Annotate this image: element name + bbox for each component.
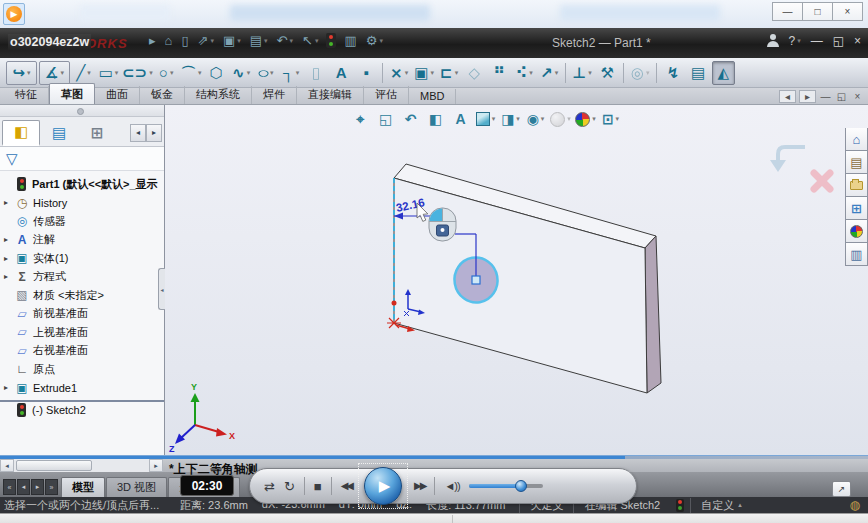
scrollbar-thumb[interactable] — [16, 460, 92, 471]
dropdown-caret-icon[interactable]: ▾ — [87, 69, 91, 77]
file-properties-icon[interactable]: ▥▾ — [341, 32, 359, 49]
sketch-fillet-icon[interactable]: ┐▾ — [280, 61, 303, 85]
edit-appearance-icon[interactable]: ▾ — [548, 108, 573, 130]
volume-icon[interactable]: ◄)) — [444, 480, 459, 492]
app-minimize-icon[interactable]: —▾ — [808, 33, 826, 49]
tab-evaluate[interactable]: 评估 — [364, 86, 409, 104]
view-orientation-icon[interactable]: ▾ — [473, 108, 498, 130]
dropdown-caret-icon[interactable]: ▾ — [290, 37, 294, 45]
plane-tool-icon[interactable]: ▯▾ — [305, 61, 328, 85]
dropdown-caret-icon[interactable]: ▾ — [270, 69, 274, 77]
pane-next-icon[interactable]: ▸ — [799, 90, 816, 103]
rebuild-traffic-light-icon[interactable]: ▾ — [326, 33, 336, 48]
dropdown-caret-icon[interactable]: ▾ — [264, 37, 268, 45]
tree-item-origin[interactable]: ▸ ∟ 原点 — [0, 360, 164, 379]
app-restore-icon[interactable]: ◱▾ — [830, 33, 847, 49]
view-palette-icon[interactable]: ⊞ — [845, 197, 868, 220]
previous-view-icon[interactable]: ↶▾ — [398, 108, 423, 130]
dropdown-caret-icon[interactable]: ▾ — [592, 115, 596, 123]
dropdown-caret-icon[interactable]: ▾ — [616, 115, 620, 123]
linear-sketch-pattern-icon[interactable]: ⠛▾ — [488, 61, 511, 85]
rewind-button[interactable]: ◀◀ — [341, 481, 352, 491]
polygon-icon[interactable]: ⬡▾ — [205, 61, 228, 85]
spline-icon[interactable]: ∿▾ — [230, 61, 253, 85]
dropdown-caret-icon[interactable]: ▾ — [198, 69, 202, 77]
dropdown-caret-icon[interactable]: ▾ — [149, 69, 153, 77]
tree-item-right-plane[interactable]: ▸ ▱ 右视基准面 — [0, 342, 164, 361]
dropdown-caret-icon[interactable]: ▾ — [516, 115, 520, 123]
smart-dimension-icon[interactable]: ∡▾ — [39, 61, 70, 85]
zoom-to-area-icon[interactable]: ◱▾ — [373, 108, 398, 130]
fullscreen-button[interactable]: ↗ — [832, 481, 851, 497]
dropdown-caret-icon[interactable]: ▾ — [247, 69, 251, 77]
doc-close-icon[interactable]: × — [851, 90, 864, 103]
undo-icon[interactable]: ↶▾ — [274, 32, 296, 49]
dropdown-caret-icon[interactable]: ▾ — [541, 115, 545, 123]
dropdown-caret-icon[interactable]: ▾ — [430, 69, 434, 77]
custom-properties-icon[interactable]: ▥ — [845, 243, 868, 266]
quick-snaps-icon[interactable]: ◎▾ — [629, 61, 652, 85]
apply-scene-icon[interactable]: ▾ — [573, 108, 598, 130]
expand-arrow-icon[interactable]: ▸ — [4, 235, 14, 244]
dropdown-caret-icon[interactable]: ▾ — [529, 69, 533, 77]
instant2d-icon[interactable]: ↯▾ — [662, 61, 685, 85]
dropdown-caret-icon[interactable]: ▾ — [555, 69, 559, 77]
scroll-left-icon[interactable]: ◂ — [0, 459, 14, 472]
dropdown-caret-icon[interactable]: ▾ — [567, 115, 571, 123]
cancel-sketch-corner-icon[interactable] — [814, 173, 830, 189]
scroll-right-icon[interactable]: ▸ — [149, 459, 163, 472]
tab-mbd[interactable]: MBD — [409, 89, 456, 104]
toolbar-separator[interactable]: ▾ — [382, 63, 384, 83]
sketch-numeric-input-icon[interactable]: ▤▾ — [687, 61, 710, 85]
tab-scroll-prev-icon[interactable]: ◂ — [17, 479, 30, 495]
straight-slot-icon[interactable]: ⊂⊃▾ — [122, 61, 153, 85]
volume-slider-thumb[interactable] — [515, 480, 527, 492]
arc-icon[interactable]: ⌒▾ — [180, 61, 203, 85]
exit-sketch-corner-icon[interactable] — [770, 147, 805, 172]
appearances-scenes-icon[interactable] — [845, 220, 868, 243]
tab-features[interactable]: 特征 — [4, 86, 49, 104]
expand-arrow-icon[interactable]: ▸ — [4, 383, 14, 392]
corner-rectangle-icon[interactable]: ▭▾ — [97, 61, 120, 85]
app-close-icon[interactable]: ×▾ — [851, 33, 864, 49]
tab-scroll-first-icon[interactable]: « — [3, 479, 16, 495]
circular-sketch-pattern-icon[interactable]: ⠪▾ — [513, 61, 536, 85]
filter-funnel-icon[interactable]: ▽ — [6, 150, 18, 168]
tab-scroll-last-icon[interactable]: » — [45, 479, 58, 495]
dropdown-caret-icon[interactable]: ▾ — [797, 37, 801, 45]
trim-entities-icon[interactable]: ⨯▾ — [388, 61, 411, 85]
dropdown-caret-icon[interactable]: ▾ — [115, 69, 119, 77]
dropdown-caret-icon[interactable]: ▾ — [405, 69, 409, 77]
dropdown-caret-icon[interactable]: ▾ — [379, 37, 383, 45]
tree-item-history[interactable]: ▸ ◷ History — [0, 194, 164, 213]
hide-show-items-icon[interactable]: ◉▾ — [523, 108, 548, 130]
circle-icon[interactable]: ○▾ — [155, 61, 178, 85]
dropdown-caret-icon[interactable]: ▾ — [237, 37, 241, 45]
display-style-icon[interactable]: ◨▾ — [498, 108, 523, 130]
line-icon[interactable]: ╱▾ — [72, 61, 95, 85]
open-document-icon[interactable]: ⇗▾ — [195, 32, 217, 49]
doc-restore-icon[interactable]: ◱ — [835, 90, 848, 103]
save-icon[interactable]: ▣▾ — [220, 32, 244, 49]
featuremanager-tab-icon[interactable]: ◧ — [2, 120, 40, 146]
mirror-entities-icon[interactable]: ◇▾ — [463, 61, 486, 85]
panel-tab-scroll-right-icon[interactable]: ▸ — [146, 124, 162, 142]
tree-item-front-plane[interactable]: ▸ ▱ 前视基准面 — [0, 305, 164, 324]
toolbar-separator[interactable]: ▾ — [656, 63, 658, 83]
tree-item-sketch2[interactable]: ▸ (-) Sketch2 — [0, 400, 164, 419]
tree-item-material[interactable]: ▸ ▧ 材质 <未指定> — [0, 286, 164, 305]
view-settings-icon[interactable]: ⊡▾ — [598, 108, 623, 130]
tab-model[interactable]: 模型 — [61, 477, 105, 497]
menu-flyout-arrow-icon[interactable]: ▸▾ — [146, 32, 159, 49]
tab-scroll-next-icon[interactable]: ▸ — [31, 479, 44, 495]
doc-minimize-icon[interactable]: — — [819, 90, 832, 103]
play-button[interactable]: ▶ — [364, 467, 402, 505]
tab-weldments[interactable]: 焊件 — [252, 86, 297, 104]
tree-item-extrude1[interactable]: ▸ ▣ Extrude1 — [0, 379, 164, 398]
dropdown-caret-icon[interactable]: ▾ — [588, 69, 592, 77]
section-view-icon[interactable]: ◧▾ — [423, 108, 448, 130]
sketch-annotation-view-icon[interactable]: A▾ — [448, 108, 473, 130]
dropdown-caret-icon[interactable]: ▾ — [60, 69, 64, 77]
sketch-point[interactable] — [392, 301, 397, 306]
circle-center-handle[interactable] — [472, 276, 480, 284]
